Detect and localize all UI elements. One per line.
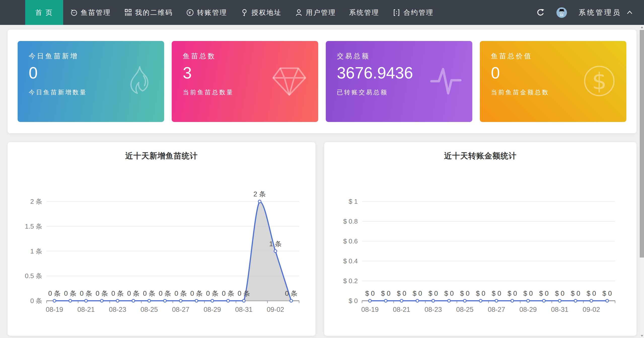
svg-text:08-21: 08-21 (393, 306, 410, 313)
pulse-icon (430, 65, 462, 98)
svg-text:$ 0: $ 0 (444, 290, 454, 297)
line-chart-new-fry: 2 条1.5 条1 条0.5 条0 条08-1908-2108-2308-250… (8, 142, 315, 336)
dollar-icon: $ (582, 64, 616, 99)
nav-item-label: 转账管理 (197, 8, 227, 17)
svg-text:$ 0: $ 0 (428, 290, 438, 297)
contract-icon (392, 9, 401, 17)
nav-item-4[interactable]: 授权地址 (234, 0, 288, 25)
pin-icon (240, 9, 248, 17)
svg-text:0 条: 0 条 (190, 290, 203, 297)
svg-text:08-29: 08-29 (204, 306, 221, 313)
svg-text:09-02: 09-02 (583, 306, 600, 313)
svg-text:$ 0.2: $ 0.2 (343, 277, 358, 285)
svg-text:08-23: 08-23 (424, 306, 442, 313)
svg-text:0 条: 0 条 (80, 290, 92, 297)
svg-text:$ 0: $ 0 (397, 290, 406, 297)
stat-card-1: 鱼苗总数3当前鱼苗总数量 (172, 41, 318, 122)
scrollbar-up-button[interactable] (640, 25, 644, 29)
svg-text:08-23: 08-23 (109, 306, 126, 313)
refresh-icon[interactable] (536, 8, 545, 17)
stat-card-title: 交易总额 (337, 52, 461, 61)
user-name: 系统管理员 (579, 8, 621, 17)
svg-text:0 条: 0 条 (285, 290, 298, 297)
svg-text:$ 0: $ 0 (476, 290, 485, 297)
nav-item-6[interactable]: 系统管理 (343, 0, 386, 25)
svg-text:0 条: 0 条 (127, 290, 140, 297)
svg-text:$ 0.4: $ 0.4 (343, 257, 358, 265)
svg-text:$ 0: $ 0 (492, 290, 501, 297)
stats-panel: 今日鱼苗新增0今日鱼苗新增数量鱼苗总数3当前鱼苗总数量交易总额3676.9436… (8, 30, 636, 133)
qrcode-icon (124, 9, 132, 17)
nav-item-7[interactable]: 合约管理 (386, 0, 440, 25)
svg-text:08-25: 08-25 (140, 306, 158, 313)
svg-text:$: $ (592, 68, 606, 95)
svg-text:08-29: 08-29 (519, 306, 537, 313)
svg-text:2 条: 2 条 (30, 198, 42, 205)
svg-text:08-27: 08-27 (172, 306, 189, 313)
svg-text:$ 0.6: $ 0.6 (343, 237, 358, 245)
svg-text:$ 0: $ 0 (571, 290, 580, 297)
svg-text:$ 0: $ 0 (508, 290, 517, 297)
avatar[interactable] (556, 7, 567, 18)
yen-icon: ¥ (186, 9, 194, 17)
nav-item-label: 首 页 (35, 8, 53, 17)
nav-item-label: 我的二维码 (135, 8, 173, 17)
svg-text:1.5 条: 1.5 条 (25, 223, 42, 230)
nav-item-2[interactable]: 我的二维码 (118, 0, 180, 25)
svg-text:0 条: 0 条 (143, 290, 156, 297)
svg-text:1 条: 1 条 (269, 240, 282, 248)
svg-text:2 条: 2 条 (254, 190, 266, 198)
main-menu: 首 页鱼苗管理我的二维码¥转账管理授权地址用户管理系统管理合约管理 (25, 0, 440, 25)
svg-text:0 条: 0 条 (159, 290, 171, 297)
stat-card-title: 鱼苗总数 (183, 52, 307, 61)
svg-text:0 条: 0 条 (30, 297, 42, 305)
nav-item-label: 授权地址 (252, 8, 282, 17)
chevron-up-icon (626, 9, 633, 16)
svg-text:08-31: 08-31 (235, 306, 253, 313)
svg-text:09-02: 09-02 (267, 306, 284, 313)
navbar-right-cluster: 系统管理员 (536, 0, 633, 25)
svg-text:0 条: 0 条 (238, 290, 250, 297)
scrollbar-down-button[interactable] (640, 333, 644, 338)
scrollbar-thumb[interactable] (640, 30, 644, 258)
nav-item-5[interactable]: 用户管理 (288, 0, 343, 25)
vertical-scrollbar (640, 25, 644, 338)
user-icon (295, 9, 303, 17)
nav-item-1[interactable]: 鱼苗管理 (63, 0, 118, 25)
svg-text:0 条: 0 条 (111, 290, 124, 297)
diamond-icon (270, 65, 308, 98)
svg-text:08-27: 08-27 (488, 306, 505, 313)
stat-card-title: 今日鱼苗新增 (29, 52, 153, 61)
svg-text:$ 0: $ 0 (413, 290, 422, 297)
triangle-up-icon (641, 26, 643, 28)
svg-text:0.5 条: 0.5 条 (25, 272, 42, 280)
svg-text:$ 0.8: $ 0.8 (343, 218, 358, 225)
svg-text:$ 0: $ 0 (381, 290, 390, 297)
svg-text:0 条: 0 条 (206, 290, 219, 297)
svg-text:$ 0: $ 0 (587, 290, 596, 297)
svg-text:08-21: 08-21 (77, 306, 95, 313)
stat-card-title: 鱼苗总价值 (491, 52, 615, 61)
svg-text:08-19: 08-19 (46, 306, 63, 313)
top-navbar: 首 页鱼苗管理我的二维码¥转账管理授权地址用户管理系统管理合约管理 系统管理员 (0, 0, 644, 25)
chart-panel-transfer-amount: 近十天转账金额统计 $ 1$ 0.8$ 0.6$ 0.4$ 0.2$ 008-1… (324, 142, 636, 336)
nav-item-3[interactable]: ¥转账管理 (180, 0, 234, 25)
svg-text:0 条: 0 条 (64, 290, 77, 297)
svg-text:$ 1: $ 1 (349, 198, 358, 205)
chart-panel-new-fry: 近十天新增鱼苗统计 2 条1.5 条1 条0.5 条0 条08-1908-210… (8, 142, 315, 336)
svg-text:08-31: 08-31 (551, 306, 568, 313)
line-chart-transfer-amount: $ 1$ 0.8$ 0.6$ 0.4$ 0.2$ 008-1908-2108-2… (324, 142, 636, 336)
svg-text:$ 0: $ 0 (602, 290, 612, 297)
svg-text:¥: ¥ (188, 10, 191, 15)
nav-item-label: 合约管理 (404, 8, 434, 17)
triangle-down-icon (641, 335, 643, 337)
svg-text:$ 0: $ 0 (523, 290, 533, 297)
nav-item-0[interactable]: 首 页 (25, 0, 63, 25)
svg-text:0 条: 0 条 (174, 290, 187, 297)
svg-text:0 条: 0 条 (222, 290, 234, 297)
nav-item-label: 系统管理 (349, 8, 379, 17)
user-menu[interactable]: 系统管理员 (579, 8, 633, 17)
svg-text:1 条: 1 条 (30, 247, 42, 255)
svg-text:08-25: 08-25 (456, 306, 474, 313)
svg-text:0 条: 0 条 (96, 290, 108, 297)
